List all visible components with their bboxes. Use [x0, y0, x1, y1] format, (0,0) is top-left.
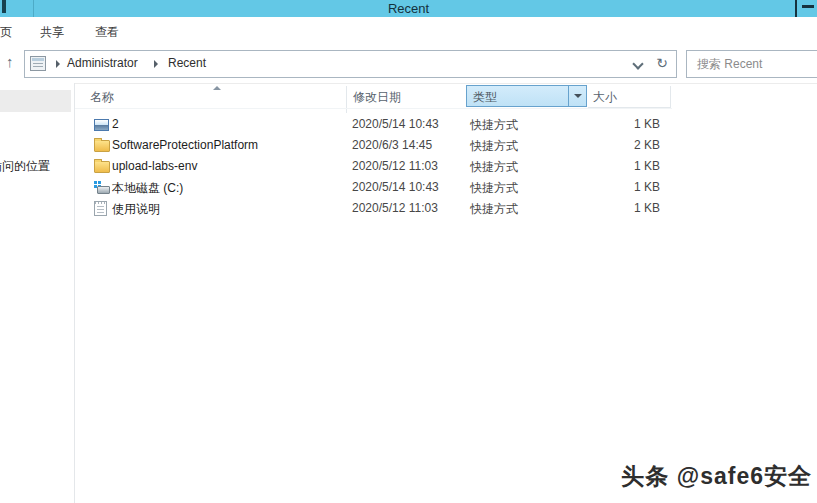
tab-share[interactable]: 共享: [40, 24, 64, 41]
up-button[interactable]: ↑: [6, 53, 14, 70]
file-type: 快捷方式: [470, 180, 518, 197]
address-bar[interactable]: Administrator Recent ↻: [24, 50, 677, 78]
file-list: 名称 修改日期 类型 大小 2 2020/5/14 10:43 快捷方式 1 K…: [75, 83, 817, 503]
file-name[interactable]: 使用说明: [112, 201, 160, 218]
header-divider: [588, 107, 671, 108]
file-date-modified: 2020/5/14 10:43: [352, 117, 439, 131]
file-size: 1 KB: [570, 180, 660, 194]
window-title: Recent: [0, 1, 817, 16]
navigation-toolbar: ↑ Administrator Recent ↻ 搜索 Recent: [0, 46, 817, 83]
recent-folder-icon: [30, 56, 46, 71]
file-name[interactable]: 本地磁盘 (C:): [112, 180, 183, 197]
watermark: 头条 @safe6安全: [621, 461, 812, 492]
search-input[interactable]: 搜索 Recent: [686, 50, 817, 78]
file-rows: 2 2020/5/14 10:43 快捷方式 1 KB SoftwareProt…: [75, 114, 775, 219]
filter-dropdown-button[interactable]: [568, 86, 586, 106]
file-size: 1 KB: [570, 117, 660, 131]
file-date-modified: 2020/6/3 14:45: [352, 138, 432, 152]
explorer-window: Recent 页 共享 查看 ↑ Administrator Recent ↻ …: [0, 0, 817, 503]
file-name[interactable]: SoftwareProtectionPlatform: [112, 138, 258, 152]
file-row[interactable]: 2 2020/5/14 10:43 快捷方式 1 KB: [75, 114, 775, 135]
file-date-modified: 2020/5/12 11:03: [352, 201, 438, 215]
header-divider: [75, 108, 672, 109]
breadcrumb-arrow-icon[interactable]: [56, 60, 60, 68]
file-size: 2 KB: [570, 138, 660, 152]
file-type: 快捷方式: [470, 159, 518, 176]
disk-icon: [94, 181, 110, 194]
file-row[interactable]: SoftwareProtectionPlatform 2020/6/3 14:4…: [75, 135, 775, 156]
minimize-icon: [802, 5, 814, 8]
file-name[interactable]: 2: [112, 117, 119, 131]
file-size: 1 KB: [570, 201, 660, 215]
file-date-modified: 2020/5/12 11:03: [352, 159, 438, 173]
folder-icon: [94, 161, 110, 173]
sidebar-item-recent-places[interactable]: 访问的位置: [0, 158, 50, 175]
folder-icon: [94, 140, 110, 152]
file-type: 快捷方式: [470, 201, 518, 218]
column-header-type[interactable]: 类型: [466, 85, 587, 107]
file-size: 1 KB: [570, 159, 660, 173]
sidebar-item-partial[interactable]: [0, 90, 71, 112]
text-file-icon: [94, 201, 107, 216]
ribbon-tabs: 页 共享 查看: [0, 17, 817, 47]
file-type: 快捷方式: [470, 138, 518, 155]
title-bar[interactable]: Recent: [0, 0, 817, 17]
column-header-name[interactable]: 名称: [90, 89, 114, 106]
column-separator[interactable]: [670, 86, 671, 108]
file-row[interactable]: 本地磁盘 (C:) 2020/5/14 10:43 快捷方式 1 KB: [75, 177, 775, 198]
search-placeholder: 搜索 Recent: [697, 56, 762, 73]
file-row[interactable]: 使用说明 2020/5/12 11:03 快捷方式 1 KB: [75, 198, 775, 219]
file-type: 快捷方式: [470, 117, 518, 134]
file-name[interactable]: upload-labs-env: [112, 159, 197, 173]
file-date-modified: 2020/5/14 10:43: [352, 180, 439, 194]
sort-ascending-icon: [213, 86, 221, 90]
address-dropdown-icon[interactable]: [632, 58, 643, 69]
column-header-type-label: 类型: [473, 89, 497, 106]
column-header-size[interactable]: 大小: [593, 89, 617, 106]
tab-view[interactable]: 查看: [95, 24, 119, 41]
chevron-down-icon: [574, 94, 582, 98]
breadcrumb-administrator[interactable]: Administrator: [67, 56, 138, 70]
refresh-icon[interactable]: ↻: [656, 55, 668, 71]
tab-home[interactable]: 页: [0, 24, 12, 41]
breadcrumb-arrow-icon[interactable]: [154, 60, 158, 68]
column-header-date-modified[interactable]: 修改日期: [353, 89, 401, 106]
image-file-icon: [94, 119, 109, 131]
breadcrumb-recent[interactable]: Recent: [168, 56, 206, 70]
file-row[interactable]: upload-labs-env 2020/5/12 11:03 快捷方式 1 K…: [75, 156, 775, 177]
